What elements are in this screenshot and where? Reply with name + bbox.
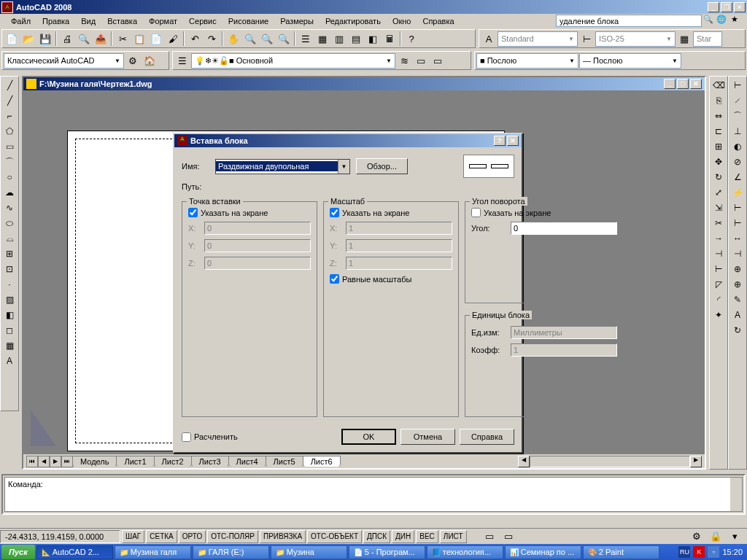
menu-service[interactable]: Сервис [184, 15, 222, 27]
cut-icon[interactable]: ✂ [115, 31, 131, 47]
task-word[interactable]: 📘 технология... [427, 545, 503, 559]
save-icon[interactable]: 💾 [37, 31, 53, 47]
preview-icon[interactable]: 🔍 [76, 31, 92, 47]
paste-icon[interactable]: 📄 [148, 31, 164, 47]
clock[interactable]: 15:20 [722, 548, 743, 556]
dim-quick-icon[interactable]: ⚡ [729, 185, 746, 200]
pan-icon[interactable]: ✋ [225, 31, 241, 47]
tab-layout4[interactable]: Лист4 [228, 456, 266, 467]
ellipse-arc-icon[interactable]: ⌓ [1, 231, 18, 246]
dialog-close-button[interactable]: ✕ [507, 136, 519, 146]
gear-icon[interactable]: ⚙ [125, 52, 141, 69]
status-icon2[interactable]: ▭ [500, 529, 516, 545]
zoom-window-icon[interactable]: 🔍 [276, 31, 292, 47]
zoom-icon[interactable]: 🔍 [242, 31, 258, 47]
spline-icon[interactable]: ∿ [1, 201, 18, 215]
tolerance-icon[interactable]: ⊕ [729, 262, 746, 276]
trim-icon[interactable]: ✂ [711, 216, 727, 230]
lwt-button[interactable]: ВЕС [416, 530, 438, 543]
command-input[interactable]: Команда: [4, 477, 743, 512]
dim-arc-icon[interactable]: ⌒ [729, 109, 746, 123]
dim-continue-icon[interactable]: ⊢ [729, 216, 746, 230]
dim-break-icon[interactable]: ⊣ [729, 246, 746, 261]
ortho-button[interactable]: ОРТО [179, 530, 206, 543]
menu-insert[interactable]: Вставка [102, 15, 142, 27]
polygon-icon[interactable]: ⬠ [1, 124, 18, 139]
dim-edit-icon[interactable]: ✎ [729, 292, 746, 307]
sheet-set-icon[interactable]: ▤ [348, 31, 364, 47]
menu-dimension[interactable]: Размеры [275, 15, 319, 27]
new-icon[interactable]: 📄 [4, 31, 20, 47]
specify-onscreen-scale-checkbox[interactable] [330, 208, 339, 217]
search-input[interactable] [556, 15, 702, 27]
menu-draw[interactable]: Рисование [223, 15, 274, 27]
tablestyle-combo[interactable]: Star [693, 31, 722, 47]
design-center-icon[interactable]: ▦ [314, 31, 330, 47]
gradient-icon[interactable]: ◧ [1, 308, 18, 322]
osnap-button[interactable]: ПРИВЯЗКА [260, 530, 306, 543]
linetype-combo[interactable]: — Послою▼ [579, 53, 681, 69]
layer-props-icon[interactable]: ☰ [174, 52, 190, 69]
tray-icon[interactable]: ▾ [727, 529, 743, 545]
stretch-icon[interactable]: ⇲ [711, 201, 727, 215]
rotate-icon[interactable]: ↻ [711, 170, 727, 184]
search-icon[interactable]: 🔍 [702, 15, 715, 27]
dim-radius-icon[interactable]: ◐ [729, 139, 746, 154]
dim-angular-icon[interactable]: ∠ [729, 170, 746, 184]
dimstyle-icon[interactable]: ⊢ [578, 31, 595, 47]
dim-diameter-icon[interactable]: ⊘ [729, 155, 746, 169]
dyn-button[interactable]: ДИН [392, 530, 414, 543]
circle-icon[interactable]: ○ [1, 170, 18, 184]
ok-button[interactable]: OK [341, 429, 396, 445]
markup-icon[interactable]: ◧ [365, 31, 381, 47]
star-icon[interactable]: ★ [728, 15, 741, 27]
doc-maximize-button[interactable]: □ [677, 79, 689, 89]
layer-state-icon[interactable]: ▭ [413, 52, 429, 69]
menu-format[interactable]: Формат [144, 15, 182, 27]
move-icon[interactable]: ✥ [711, 155, 727, 169]
lang-indicator[interactable]: RU [678, 546, 690, 558]
menu-help[interactable]: Справка [417, 15, 459, 27]
task-paint[interactable]: 🎨 2 Paint [583, 545, 659, 559]
line-icon[interactable]: ╱ [1, 78, 18, 93]
redo-icon[interactable]: ↷ [204, 31, 220, 47]
workspace-combo[interactable]: Классический AutoCAD▼ [4, 53, 124, 69]
help-button[interactable]: Справка [460, 429, 514, 445]
dimstyle-combo[interactable]: ISO-25▼ [595, 31, 676, 47]
arc-icon[interactable]: ⌒ [1, 155, 18, 169]
task-folder3[interactable]: 📁 Музина [271, 545, 347, 559]
open-icon[interactable]: 📂 [20, 31, 36, 47]
coords-display[interactable]: -24.4313, 119.4159, 0.0000 [0, 530, 120, 543]
doc-close-button[interactable]: ✕ [690, 79, 702, 89]
scale-icon[interactable]: ⤢ [711, 185, 727, 200]
hscroll-left-button[interactable]: ◀ [518, 456, 530, 467]
chamfer-icon[interactable]: ◸ [711, 277, 727, 292]
tab-layout6[interactable]: Лист6 [303, 456, 341, 467]
match-icon[interactable]: 🖌 [165, 31, 181, 47]
erase-icon[interactable]: ⌫ [711, 78, 727, 93]
tab-first-button[interactable]: ⏮ [26, 456, 38, 467]
hscroll-track[interactable] [530, 456, 690, 467]
cmd-scrollbar[interactable] [730, 478, 742, 511]
task-seminar[interactable]: 📊 Семинар по ... [505, 545, 581, 559]
annotation-scale-icon[interactable]: ⚙ [689, 529, 705, 545]
menu-modify[interactable]: Редактировать [320, 15, 386, 27]
dim-aligned-icon[interactable]: ⟋ [729, 93, 746, 108]
array-icon[interactable]: ⊞ [711, 139, 727, 154]
zoom-prev-icon[interactable]: 🔍 [259, 31, 275, 47]
globe-icon[interactable]: 🌐 [715, 15, 728, 27]
status-icon1[interactable]: ▭ [481, 529, 498, 545]
uniform-scale-checkbox[interactable] [330, 274, 339, 284]
tab-layout3[interactable]: Лист3 [191, 456, 229, 467]
tab-last-button[interactable]: ⏭ [61, 456, 73, 467]
menu-edit[interactable]: Правка [37, 15, 74, 27]
home-icon[interactable]: 🏠 [142, 52, 158, 69]
mirror-icon[interactable]: ⇔ [711, 109, 727, 123]
fillet-icon[interactable]: ◜ [711, 292, 727, 307]
print-icon[interactable]: 🖨 [59, 31, 75, 47]
polar-button[interactable]: ОТС-ПОЛЯР [207, 530, 258, 543]
rectangle-icon[interactable]: ▭ [1, 139, 18, 154]
minimize-button[interactable]: _ [708, 2, 719, 12]
task-program[interactable]: 📄 5 - Програм... [349, 545, 425, 559]
copy-obj-icon[interactable]: ⎘ [711, 93, 727, 108]
